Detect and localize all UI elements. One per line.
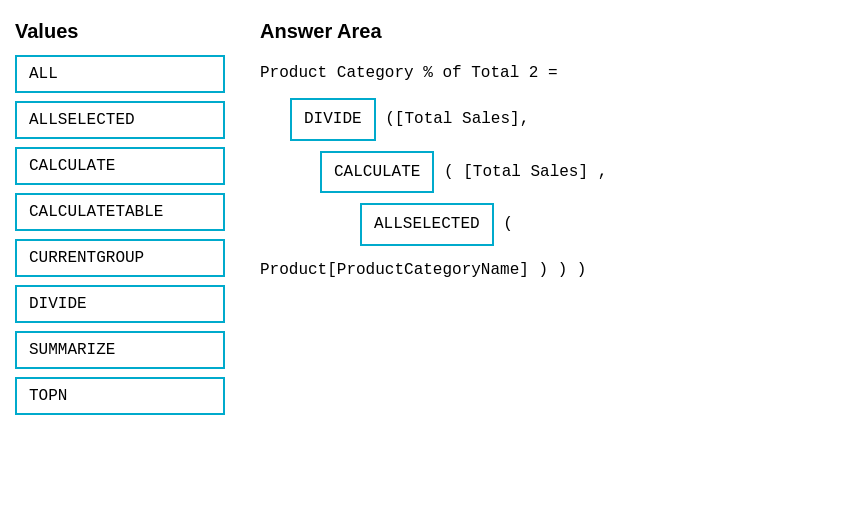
formula-line3-text [434,158,444,187]
formula-line-4: ALLSELECTED ( [360,203,847,246]
value-item-summarize[interactable]: SUMMARIZE [15,331,225,369]
formula-line3-suffix: ( [Total Sales] , [444,158,607,187]
formula-line2-text [376,105,386,134]
formula-line1-text: Product Category % of Total 2 = [260,59,558,88]
value-item-divide[interactable]: DIVIDE [15,285,225,323]
formula-box-allselected[interactable]: ALLSELECTED [360,203,494,246]
formula-line-5: Product[ProductCategoryName] ) ) ) [260,256,847,285]
formula-line4-suffix: ( [503,210,513,239]
value-item-allselected[interactable]: ALLSELECTED [15,101,225,139]
formula-line2-suffix: ([Total Sales], [385,105,529,134]
formula-line-2: DIVIDE ([Total Sales], [290,98,847,141]
values-panel: Values ALL ALLSELECTED CALCULATE CALCULA… [0,10,240,514]
formula-box-calculate[interactable]: CALCULATE [320,151,434,194]
answer-panel: Answer Area Product Category % of Total … [240,10,867,514]
values-header: Values [15,20,225,43]
answer-header: Answer Area [260,20,847,43]
value-item-all[interactable]: ALL [15,55,225,93]
value-item-topn[interactable]: TOPN [15,377,225,415]
formula-line-1: Product Category % of Total 2 = [260,59,847,88]
value-item-calculatetable[interactable]: CALCULATETABLE [15,193,225,231]
formula-line4-text [494,210,504,239]
formula-line-3: CALCULATE ( [Total Sales] , [320,151,847,194]
formula-area: Product Category % of Total 2 = DIVIDE (… [260,59,847,285]
formula-line5-text: Product[ProductCategoryName] ) ) ) [260,256,586,285]
value-item-currentgroup[interactable]: CURRENTGROUP [15,239,225,277]
value-item-calculate[interactable]: CALCULATE [15,147,225,185]
formula-box-divide[interactable]: DIVIDE [290,98,376,141]
